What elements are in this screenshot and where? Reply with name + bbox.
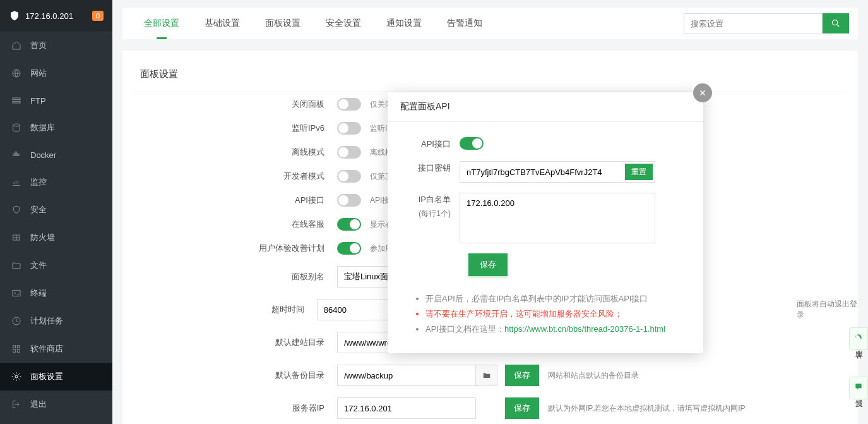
svg-rect-9 — [13, 290, 20, 296]
modal-title: 配置面板API — [388, 92, 703, 122]
modal-reset-button[interactable]: 重置 — [625, 164, 653, 180]
modal-toggle-api[interactable] — [460, 137, 484, 150]
modal-label-api: API接口 — [407, 137, 460, 151]
modal-notes: 开启API后，必需在IP白名单列表中的IP才能访问面板API接口 请不要在生产环… — [425, 291, 684, 337]
sidebar-menu: 首页 网站 FTP 数据库 Docker 监控 安全 防火墙 文件 终端 计划任… — [0, 32, 112, 424]
shield-icon — [9, 10, 20, 21]
menu-database[interactable]: 数据库 — [0, 114, 112, 142]
sidebar-header: 172.16.0.201 0 — [0, 0, 112, 32]
apps-icon — [11, 344, 21, 354]
menu-docker[interactable]: Docker — [0, 142, 112, 168]
modal-save-button[interactable]: 保存 — [468, 253, 508, 276]
gear-icon — [11, 372, 21, 382]
folder-icon — [11, 260, 21, 270]
svg-rect-6 — [17, 154, 19, 156]
modal-label-key: 接口密钥 — [407, 161, 460, 183]
note-3: API接口文档在这里：https://www.bt.cn/bbs/thread-… — [425, 322, 684, 337]
svg-rect-11 — [13, 346, 16, 348]
database-icon — [11, 123, 21, 133]
menu-security[interactable]: 安全 — [0, 196, 112, 224]
security-icon — [11, 205, 21, 215]
menu-cron[interactable]: 计划任务 — [0, 307, 112, 335]
menu-firewall[interactable]: 防火墙 — [0, 224, 112, 251]
svg-point-15 — [15, 375, 18, 378]
svg-rect-13 — [13, 349, 16, 352]
menu-logout[interactable]: 退出 — [0, 391, 112, 418]
svg-rect-7 — [15, 152, 17, 154]
modal-textarea-whitelist[interactable] — [460, 193, 655, 243]
modal-close-button[interactable] — [693, 83, 712, 102]
float-customer-service[interactable]: 客服 — [849, 327, 868, 350]
svg-rect-4 — [13, 154, 15, 156]
docker-icon — [11, 150, 21, 160]
menu-panel-settings[interactable]: 面板设置 — [0, 363, 112, 391]
menu-software[interactable]: 软件商店 — [0, 335, 112, 363]
modal-label-whitelist: IP白名单(每行1个) — [407, 193, 460, 243]
home-icon — [11, 40, 21, 51]
menu-monitor[interactable]: 监控 — [0, 168, 112, 196]
main-content: 全部设置 基础设置 面板设置 安全设置 通知设置 告警通知 面板设置 关闭面板仅… — [112, 0, 868, 424]
svg-rect-12 — [17, 346, 20, 348]
menu-terminal[interactable]: 终端 — [0, 279, 112, 307]
menu-home[interactable]: 首页 — [0, 32, 112, 59]
float-feedback[interactable]: 反馈 — [849, 377, 868, 399]
svg-rect-2 — [13, 101, 20, 103]
svg-rect-14 — [17, 349, 20, 352]
modal-body: API接口 接口密钥 重置 IP白名单(每行1个) 保存 开启API后，必需在 — [388, 122, 703, 353]
svg-rect-5 — [15, 154, 17, 156]
sidebar: 172.16.0.201 0 首页 网站 FTP 数据库 Docker 监控 安… — [0, 0, 112, 424]
logout-icon — [11, 399, 21, 409]
terminal-icon — [11, 288, 21, 298]
note-2: 请不要在生产环境开启，这可能增加服务器安全风险； — [425, 306, 684, 322]
feedback-icon — [854, 382, 863, 391]
menu-website[interactable]: 网站 — [0, 59, 112, 87]
notification-badge[interactable]: 0 — [92, 11, 104, 21]
close-icon — [698, 88, 707, 97]
note-1: 开启API后，必需在IP白名单列表中的IP才能访问面板API接口 — [425, 291, 684, 306]
server-ip: 172.16.0.201 — [25, 11, 92, 21]
headset-icon — [854, 333, 863, 342]
svg-rect-1 — [13, 98, 20, 100]
menu-ftp[interactable]: FTP — [0, 87, 112, 114]
api-doc-link[interactable]: https://www.bt.cn/bbs/thread-20376-1-1.h… — [504, 324, 665, 334]
clock-icon — [11, 316, 21, 326]
chart-icon — [11, 177, 21, 187]
ftp-icon — [11, 95, 21, 106]
api-config-modal: 配置面板API API接口 接口密钥 重置 IP白名单(每行1个) — [388, 92, 703, 353]
menu-files[interactable]: 文件 — [0, 251, 112, 279]
svg-point-3 — [13, 124, 20, 126]
globe-icon — [11, 68, 21, 78]
firewall-icon — [11, 233, 21, 243]
